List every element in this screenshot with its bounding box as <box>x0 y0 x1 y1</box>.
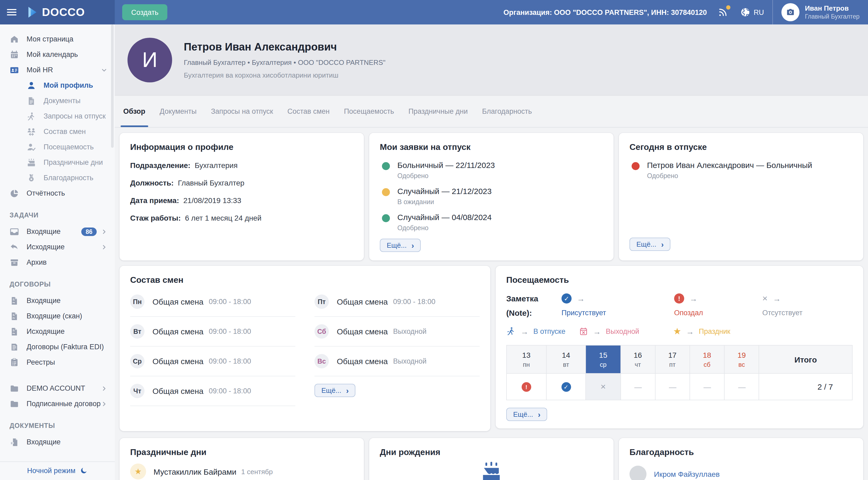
dash-icon: — <box>704 383 711 391</box>
id-card-icon <box>9 65 19 75</box>
sidebar-item-tasks-outbox[interactable]: Исходящие <box>0 239 115 254</box>
night-mode-toggle[interactable]: Ночной режим <box>0 467 115 475</box>
language-switcher[interactable]: RU <box>740 7 764 18</box>
sidebar-scrollbar[interactable] <box>111 25 114 148</box>
chevron-right-icon <box>101 244 107 250</box>
vacation-request-item[interactable]: Случайный — 04/08/2024Одобрено <box>380 213 603 232</box>
attendance-legend: Заметка ✓→ !→ ×→ (Note): Присутствует Оп… <box>506 293 852 317</box>
sidebar-item-label: Входящие <box>27 297 107 305</box>
sidebar-item-faktura-edi[interactable]: Договоры (Faktura EDI) <box>0 339 115 355</box>
create-button[interactable]: Создать <box>122 4 167 20</box>
menu-icon[interactable] <box>7 9 17 16</box>
status-cell-empty: — <box>620 373 655 400</box>
star-icon: ★ <box>130 463 146 479</box>
card-holidays: Праздничные дни ★ Мустакиллик Байрами 1 … <box>120 438 364 480</box>
arrow-icon: → <box>773 294 781 303</box>
birthday-cake-icon <box>480 461 502 480</box>
vacation-request-item[interactable]: Случайный — 21/12/2023В ожидании <box>380 187 603 206</box>
absent-cross-icon: × <box>600 381 606 391</box>
user-icon <box>27 81 36 90</box>
notification-dot <box>726 5 730 9</box>
holiday-star-icon: ★ <box>673 327 682 336</box>
sidebar-item-contracts-inbox-scan[interactable]: Входящие (скан) <box>0 308 115 324</box>
day-header[interactable]: 17пт <box>655 345 689 373</box>
shift-row: ПтОбщая смена09:00 - 18:00 <box>314 287 480 317</box>
legend-absent: Отсутствует <box>762 309 852 317</box>
day-header[interactable]: 14вт <box>546 345 586 373</box>
day-header[interactable]: 16чт <box>620 345 655 373</box>
legend-present: Присутствует <box>561 309 674 317</box>
sidebar-item-vacation-requests[interactable]: Запросы на отпуск <box>0 109 115 124</box>
today-vacation-item[interactable]: Петров Иван Александрович — БольничныйОд… <box>629 160 852 180</box>
tab-gratitude[interactable]: Благодарность <box>482 96 532 127</box>
topbar: DOCCO Создать Организация: ООО "DOCCO PA… <box>0 0 868 25</box>
profile-avatar: И <box>127 37 172 82</box>
notifications-icon[interactable] <box>717 7 728 18</box>
sidebar-item-registries[interactable]: Реестры <box>0 355 115 370</box>
tab-shifts[interactable]: Состав смен <box>287 96 330 127</box>
calendar-icon <box>9 50 19 59</box>
sidebar-item-label: Мой профиль <box>43 81 107 89</box>
sidebar-item-label: DEMO ACCOUNT <box>27 384 101 392</box>
sidebar-item-holidays[interactable]: Праздничные дни <box>0 155 115 170</box>
person-link[interactable]: Икром Файзуллаев <box>654 470 720 478</box>
tab-overview[interactable]: Обзор <box>123 96 145 127</box>
shifts-people-icon <box>27 127 36 136</box>
profile-info-row: Должность:Главный Бухгалтер <box>130 179 353 187</box>
tab-documents[interactable]: Документы <box>160 96 196 127</box>
sidebar-item-my-profile[interactable]: Мой профиль <box>0 78 115 93</box>
sidebar-item-label: Мой HR <box>27 66 101 74</box>
sidebar-item-reports[interactable]: Отчётность <box>0 185 115 201</box>
folder-icon <box>9 384 19 393</box>
sidebar-item-contracts-outbox[interactable]: Исходящие <box>0 324 115 339</box>
attendance-table: 13пн 14вт 15ср 16чт 17пт 18сб 19вс Итого <box>506 345 852 400</box>
sidebar-item-contracts-inbox[interactable]: Входящие <box>0 293 115 308</box>
sidebar-item-documents-inbox[interactable]: Входящие <box>0 434 115 450</box>
card-title: Посещаемость <box>506 275 852 285</box>
card-profile-info: Информация о профиле Подразделение:Бухга… <box>120 133 364 261</box>
tab-attendance[interactable]: Посещаемость <box>344 96 394 127</box>
day-header-weekend[interactable]: 19вс <box>724 345 759 373</box>
avatar <box>629 466 647 480</box>
user-avatar[interactable] <box>781 3 800 21</box>
inbox-icon <box>9 227 19 236</box>
sidebar-item-my-page[interactable]: Моя страница <box>0 31 115 47</box>
sidebar-item-shifts[interactable]: Состав смен <box>0 124 115 139</box>
arrow-icon: → <box>689 294 698 303</box>
shift-row: ПнОбщая смена09:00 - 18:00 <box>130 287 296 317</box>
sidebar-item-tasks-inbox[interactable]: Входящие86 <box>0 224 115 239</box>
more-button[interactable]: Ещё...› <box>314 384 355 397</box>
sidebar-item-archive[interactable]: Архив <box>0 254 115 270</box>
sidebar-item-signed-contracts[interactable]: Подписанные договоры <box>0 396 115 412</box>
more-button[interactable]: Ещё...› <box>380 239 421 252</box>
sidebar-item-demo-account[interactable]: DEMO ACCOUNT <box>0 381 115 396</box>
total-value: 2 / 7 <box>759 373 852 400</box>
sidebar-item-attendance[interactable]: Посещаемость <box>0 139 115 155</box>
user-menu[interactable]: Иван Петров Главный Бухгалтер <box>772 0 860 25</box>
day-header[interactable]: 13пн <box>506 345 546 373</box>
sidebar-item-my-calendar[interactable]: Мой календарь <box>0 47 115 62</box>
sidebar-item-label: Договоры (Faktura EDI) <box>27 343 107 351</box>
tab-vacation-requests[interactable]: Запросы на отпуск <box>211 96 273 127</box>
card-shifts: Состав смен ПнОбщая смена09:00 - 18:00 В… <box>120 266 490 431</box>
vacation-request-item[interactable]: Больничный — 22/11/2023Одобрено <box>380 160 603 180</box>
more-button[interactable]: Ещё...› <box>506 408 548 421</box>
card-title: Мои заявки на отпуск <box>380 143 603 152</box>
sidebar-item-documents[interactable]: Документы <box>0 93 115 109</box>
chevron-right-icon <box>101 228 107 235</box>
more-button[interactable]: Ещё...› <box>629 238 671 251</box>
docco-logo-icon <box>25 5 39 19</box>
dash-icon: — <box>738 383 745 391</box>
card-title: Сегодня в отпуске <box>629 143 852 152</box>
profile-department-line: Бухгалтерия ва корхона хисоботларини юри… <box>184 71 385 79</box>
status-dot-sick <box>631 162 640 170</box>
chevron-right-icon: › <box>538 410 540 418</box>
document-icon <box>27 96 36 106</box>
shift-row: ВсОбщая сменаВыходной <box>314 347 480 376</box>
sidebar-item-gratitude[interactable]: Благодарность <box>0 170 115 185</box>
day-header-weekend[interactable]: 18сб <box>690 345 724 373</box>
day-header-selected[interactable]: 15ср <box>586 345 620 373</box>
sidebar-item-my-hr[interactable]: Мой HR <box>0 62 115 78</box>
tab-holidays[interactable]: Праздничные дни <box>408 96 468 127</box>
user-role: Главный Бухгалтер <box>805 13 860 20</box>
